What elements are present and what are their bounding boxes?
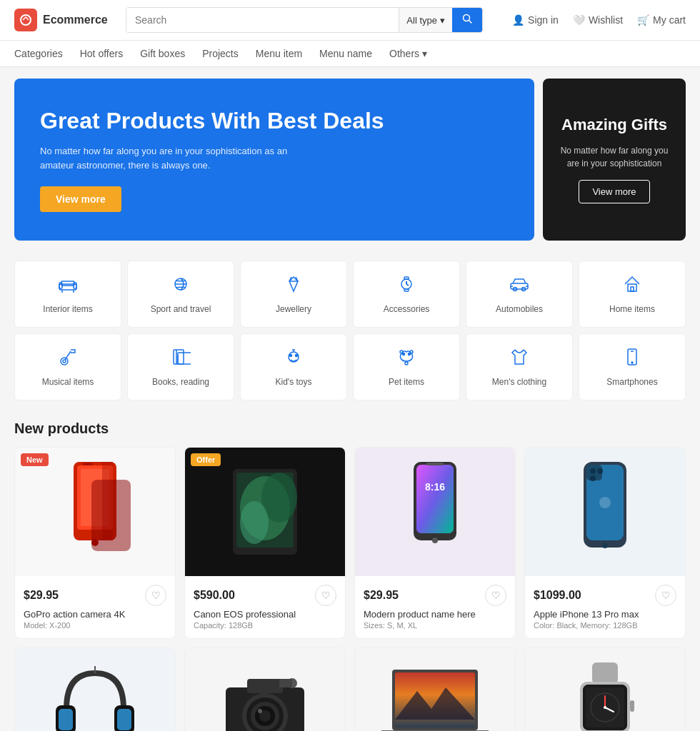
- car-icon: [509, 274, 529, 298]
- product-card: 8:16 $29.95 ♡ Modern product name here S…: [354, 447, 516, 639]
- nav-gift-boxes[interactable]: Gift boxes: [140, 48, 185, 59]
- user-icon: 👤: [512, 14, 524, 26]
- svg-rect-52: [91, 480, 131, 551]
- wishlist-button[interactable]: ♡: [145, 585, 166, 606]
- cat-smartphones-label: Smartphones: [606, 377, 657, 387]
- cat-books[interactable]: Books, reading: [127, 333, 234, 400]
- nav-menu-name[interactable]: Menu name: [319, 48, 372, 59]
- product-badge-new: New: [21, 453, 49, 466]
- product-image: [355, 648, 515, 731]
- sign-in-link[interactable]: 👤 Sign in: [512, 14, 559, 26]
- search-bar: All type ▾: [126, 7, 483, 33]
- cat-kids-toys[interactable]: Kid's toys: [240, 333, 347, 400]
- heart-icon: 🤍: [573, 14, 585, 26]
- cart-link[interactable]: 🛒 My cart: [637, 14, 686, 26]
- search-button[interactable]: [452, 8, 482, 32]
- svg-rect-63: [426, 463, 444, 465]
- svg-line-2: [469, 21, 472, 24]
- svg-rect-7: [59, 283, 62, 288]
- product-card: Offer $590.00 ♡ Canon EOS professional C…: [184, 447, 346, 639]
- svg-rect-78: [247, 679, 283, 693]
- product-card: $1099.00 ♡ Apple iPhone 13 Pro max Color…: [524, 447, 686, 639]
- product-price: $29.95: [24, 589, 59, 602]
- hero-title: Great Products With Best Deals: [40, 107, 509, 134]
- product-image: New: [15, 448, 175, 576]
- product-card: $29.95 ♡ Modern product name here Sizes:…: [14, 647, 176, 731]
- search-type-dropdown[interactable]: All type ▾: [399, 8, 452, 32]
- svg-point-70: [597, 468, 603, 474]
- wishlist-button[interactable]: ♡: [315, 585, 336, 606]
- phone-icon: [622, 347, 642, 371]
- cat-sport-travel[interactable]: Sport and travel: [127, 261, 234, 328]
- cat-mens-clothing[interactable]: Men's clothing: [466, 333, 573, 400]
- logo: Ecommerce: [14, 9, 114, 31]
- book-icon: [171, 347, 191, 371]
- svg-point-42: [405, 362, 408, 365]
- cat-kids-label: Kid's toys: [276, 377, 312, 387]
- cat-musical-items[interactable]: Musical items: [14, 333, 121, 400]
- svg-point-40: [400, 351, 403, 353]
- svg-point-45: [631, 362, 633, 363]
- sofa-icon: [58, 274, 78, 298]
- cat-books-label: Books, reading: [152, 377, 209, 387]
- nav-others[interactable]: Others ▾: [389, 48, 427, 59]
- product-footer: $29.95 ♡: [24, 585, 166, 606]
- product-info: $29.95 ♡ Modern product name here Sizes:…: [355, 576, 515, 638]
- svg-point-69: [590, 468, 596, 474]
- hero-view-more-button[interactable]: View more: [40, 186, 121, 212]
- svg-point-38: [403, 353, 405, 356]
- product-card: Canon $100.00 ♡ Modern product name here…: [184, 647, 346, 731]
- cat-musical-label: Musical items: [42, 377, 94, 387]
- svg-point-71: [590, 475, 596, 481]
- svg-rect-29: [174, 350, 184, 364]
- product-info: $1099.00 ♡ Apple iPhone 13 Pro max Color…: [525, 576, 685, 638]
- cat-mens-label: Men's clothing: [492, 377, 546, 387]
- cat-accessories[interactable]: Accessories: [353, 261, 460, 328]
- svg-point-27: [61, 358, 68, 365]
- hero-side-view-more-button[interactable]: View more: [579, 180, 649, 203]
- product-card: $75.00 ♡ Smartwatch Atto White Material:…: [524, 647, 686, 731]
- svg-point-49: [82, 463, 94, 465]
- hero-section: Great Products With Best Deals No matter…: [0, 67, 700, 252]
- cat-home-items[interactable]: Home items: [579, 261, 686, 328]
- svg-point-72: [602, 543, 608, 548]
- svg-point-84: [258, 709, 262, 713]
- product-badge-offer: Offer: [191, 453, 221, 466]
- svg-rect-104: [630, 700, 634, 712]
- watch-icon: [396, 274, 416, 298]
- wishlist-button[interactable]: ♡: [655, 585, 676, 606]
- wishlist-link[interactable]: 🤍 Wishlist: [573, 14, 623, 26]
- product-name: Canon EOS professional: [194, 609, 336, 620]
- toy-icon: [284, 347, 304, 371]
- hero-desc: No matter how far along you are in your …: [40, 144, 311, 172]
- nav-hot-offers[interactable]: Hot offers: [80, 48, 123, 59]
- wishlist-button[interactable]: ♡: [485, 585, 506, 606]
- chevron-down-icon: ▾: [440, 15, 445, 26]
- nav-menu-item[interactable]: Menu item: [256, 48, 302, 59]
- svg-rect-17: [404, 277, 409, 279]
- product-price: $29.95: [364, 589, 399, 602]
- product-image: [525, 448, 685, 576]
- svg-point-57: [240, 501, 269, 544]
- header: Ecommerce All type ▾ 👤 Sign in 🤍 Wishlis…: [0, 0, 700, 41]
- cat-interior-items[interactable]: Interior items: [14, 261, 121, 328]
- cat-automobiles[interactable]: Automobiles: [466, 261, 573, 328]
- svg-rect-60: [416, 465, 454, 533]
- nav-categories[interactable]: Categories: [14, 48, 63, 59]
- cat-smartphones[interactable]: Smartphones: [579, 333, 686, 400]
- svg-rect-74: [59, 709, 73, 730]
- svg-rect-24: [628, 284, 636, 291]
- home-icon: [622, 274, 642, 298]
- hero-side-title: Amazing Gifts: [561, 116, 667, 134]
- hero-side-desc: No matter how far along you are in your …: [557, 144, 671, 170]
- product-price: $1099.00: [534, 589, 581, 602]
- product-image: Canon: [185, 648, 345, 731]
- cat-jewellery[interactable]: Jewellery: [240, 261, 347, 328]
- nav-projects[interactable]: Projects: [202, 48, 239, 59]
- product-info: $590.00 ♡ Canon EOS professional Capacit…: [185, 576, 345, 638]
- cat-jewellery-label: Jewellery: [276, 304, 311, 314]
- cat-pet-items[interactable]: Pet items: [353, 333, 460, 400]
- cat-automobiles-label: Automobiles: [496, 304, 543, 314]
- search-input[interactable]: [126, 8, 399, 32]
- svg-point-67: [599, 497, 611, 508]
